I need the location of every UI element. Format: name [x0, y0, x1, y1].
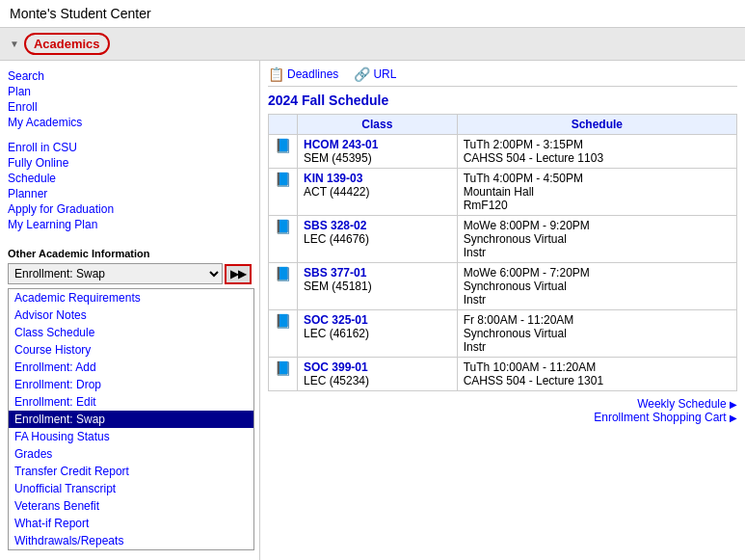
class-cell: SOC 399-01LEC (45234) [298, 358, 458, 391]
go-button[interactable]: ▶▶ [225, 264, 252, 284]
class-type: SEM (45395) [304, 151, 372, 165]
class-icon: 📘 [275, 138, 291, 153]
sidebar-item-my-academics[interactable]: My Academics [8, 115, 252, 130]
sidebar-item-my-learning-plan[interactable]: My Learning Plan [8, 217, 252, 232]
dropdown-item-unofficial-transcript[interactable]: Unofficial Transcript [9, 480, 253, 497]
dropdown-item-enroll-swap[interactable]: Enrollment: Swap [9, 411, 253, 428]
dropdown-item-fa-housing[interactable]: FA Housing Status [9, 428, 253, 445]
table-row: 📘KIN 139-03ACT (44422)TuTh 4:00PM - 4:50… [269, 169, 737, 216]
class-code: HCOM 243-01 [304, 138, 378, 151]
sidebar-item-schedule[interactable]: Schedule [8, 171, 252, 186]
table-row: 📘HCOM 243-01SEM (45395)TuTh 2:00PM - 3:1… [269, 135, 737, 169]
col-schedule-header: Schedule [457, 115, 736, 135]
class-type: LEC (45234) [304, 374, 369, 387]
schedule-cell: MoWe 8:00PM - 9:20PM Synchronous Virtual… [457, 216, 736, 263]
table-row: 📘SOC 325-01LEC (46162)Fr 8:00AM - 11:20A… [269, 310, 737, 358]
schedule-cell: TuTh 2:00PM - 3:15PM CAHSS 504 - Lecture… [457, 135, 736, 169]
sidebar-item-plan[interactable]: Plan [8, 84, 252, 99]
schedule-cell: TuTh 10:00AM - 11:20AM CAHSS 504 - Lectu… [457, 358, 736, 391]
schedule-cell: TuTh 4:00PM - 4:50PM Mountain Hall RmF12… [457, 169, 736, 216]
url-tab-label: URL [373, 67, 396, 81]
sidebar-item-apply-grad[interactable]: Apply for Graduation [8, 201, 252, 217]
class-code: SOC 325-01 [304, 313, 368, 327]
table-row: 📘SOC 399-01LEC (45234)TuTh 10:00AM - 11:… [269, 358, 737, 391]
page-title: Monte's Student Center [10, 6, 151, 21]
enrollment-cart-link[interactable]: Enrollment Shopping Cart ▶ [594, 411, 737, 424]
footer-links: Weekly Schedule ▶ Enrollment Shopping Ca… [268, 397, 737, 424]
class-icon: 📘 [275, 172, 291, 187]
dropdown-item-class-schedule[interactable]: Class Schedule [9, 324, 253, 341]
academics-header: ▼ Academics [0, 28, 745, 61]
sidebar: SearchPlanEnrollMy Academics Enroll in C… [0, 61, 260, 560]
dropdown-item-enroll-add[interactable]: Enrollment: Add [9, 359, 253, 376]
dropdown-list: Academic RequirementsAdvisor NotesClass … [8, 288, 254, 550]
schedule-title: 2024 Fall Schedule [268, 93, 737, 108]
class-icon: 📘 [275, 313, 291, 329]
main-layout: SearchPlanEnrollMy Academics Enroll in C… [0, 61, 745, 560]
class-type: LEC (44676) [304, 232, 369, 246]
schedule-table: Class Schedule 📘HCOM 243-01SEM (45395)Tu… [268, 114, 737, 391]
dropdown-item-withdrawals-repeats[interactable]: Withdrawals/Repeats [9, 532, 253, 549]
class-type: ACT (44422) [304, 185, 369, 199]
schedule-cell: Fr 8:00AM - 11:20AM Synchronous Virtual … [457, 310, 736, 358]
nav-links-block: SearchPlanEnrollMy Academics [8, 68, 252, 130]
enroll-links-block: Enroll in CSUFully OnlineSchedulePlanner… [8, 140, 252, 232]
other-info-select[interactable]: Academic RequirementsAdvisor NotesClass … [8, 263, 223, 284]
url-tab-icon: 🔗 [354, 67, 370, 82]
sidebar-item-fully-online[interactable]: Fully Online [8, 155, 252, 171]
class-icon: 📘 [275, 360, 291, 376]
sidebar-item-enroll[interactable]: Enroll [8, 99, 252, 115]
dropdown-item-transfer-credit[interactable]: Transfer Credit Report [9, 463, 253, 480]
class-cell: SBS 328-02LEC (44676) [298, 216, 458, 263]
dropdown-item-enroll-drop[interactable]: Enrollment: Drop [9, 376, 253, 393]
schedule-cell: MoWe 6:00PM - 7:20PM Synchronous Virtual… [457, 263, 736, 310]
dropdown-item-advisor-notes[interactable]: Advisor Notes [9, 307, 253, 324]
sidebar-item-search[interactable]: Search [8, 68, 252, 84]
class-type: LEC (46162) [304, 327, 369, 340]
sidebar-item-enroll-csu[interactable]: Enroll in CSU [8, 140, 252, 155]
other-info-label: Other Academic Information [8, 248, 252, 259]
deadlines-tab-label: Deadlines [287, 67, 338, 81]
class-code: KIN 139-03 [304, 172, 362, 185]
sidebar-item-planner[interactable]: Planner [8, 186, 252, 201]
dropdown-row: Academic RequirementsAdvisor NotesClass … [8, 263, 252, 284]
table-row: 📘SBS 328-02LEC (44676)MoWe 8:00PM - 9:20… [269, 216, 737, 263]
class-code: SOC 399-01 [304, 360, 368, 374]
class-code: SBS 328-02 [304, 219, 366, 232]
weekly-schedule-link[interactable]: Weekly Schedule ▶ [637, 397, 737, 411]
dropdown-item-grades[interactable]: Grades [9, 445, 253, 463]
class-code: SBS 377-01 [304, 266, 366, 280]
dropdown-item-academic-req[interactable]: Academic Requirements [9, 289, 253, 307]
dropdown-item-enroll-edit[interactable]: Enrollment: Edit [9, 393, 253, 411]
class-cell: SBS 377-01SEM (45181) [298, 263, 458, 310]
academics-label[interactable]: Academics [24, 33, 110, 55]
chevron-down-icon: ▼ [10, 39, 19, 49]
deadlines-tab-icon: 📋 [268, 67, 284, 82]
page-title-bar: Monte's Student Center [0, 0, 745, 28]
class-cell: HCOM 243-01SEM (45395) [298, 135, 458, 169]
table-row: 📘SBS 377-01SEM (45181)MoWe 6:00PM - 7:20… [269, 263, 737, 310]
tabs-row: 📋Deadlines🔗URL [268, 67, 737, 87]
deadlines-tab[interactable]: 📋Deadlines [268, 67, 338, 82]
class-cell: KIN 139-03ACT (44422) [298, 169, 458, 216]
dropdown-item-course-history[interactable]: Course History [9, 341, 253, 359]
dropdown-item-veterans-benefit[interactable]: Veterans Benefit [9, 497, 253, 515]
class-icon: 📘 [275, 266, 291, 281]
dropdown-item-what-if[interactable]: What-if Report [9, 515, 253, 532]
content-area: 📋Deadlines🔗URL 2024 Fall Schedule Class … [260, 61, 745, 560]
col-icon-header [269, 115, 298, 135]
col-class-header: Class [298, 115, 458, 135]
class-cell: SOC 325-01LEC (46162) [298, 310, 458, 358]
class-type: SEM (45181) [304, 280, 372, 293]
url-tab[interactable]: 🔗URL [354, 67, 396, 82]
class-icon: 📘 [275, 219, 291, 234]
